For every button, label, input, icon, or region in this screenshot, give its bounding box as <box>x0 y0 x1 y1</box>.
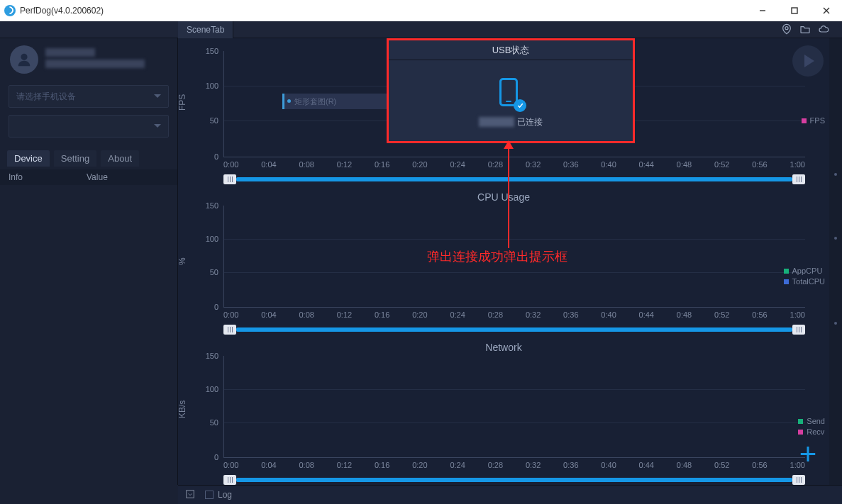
usb-status-modal: USB状态 已连接 <box>387 38 635 143</box>
network-timeaxis: 0:000:040:080:120:160:200:240:280:320:36… <box>223 461 805 469</box>
close-button[interactable] <box>810 0 842 21</box>
slider-handle-right[interactable] <box>792 325 805 335</box>
tab-setting[interactable]: Setting <box>54 150 96 167</box>
network-title: Network <box>178 342 829 353</box>
network-chart: Network KB/s 150 100 50 0 0:000:040:080:… <box>178 339 829 485</box>
cloud-icon[interactable] <box>818 23 829 37</box>
slider-handle-right[interactable] <box>792 475 805 485</box>
user-name-redacted <box>45 48 95 57</box>
titlebar: PerfDog(v4.0.200602) <box>0 0 842 21</box>
user-row <box>0 41 177 78</box>
app-dropdown[interactable] <box>9 115 169 138</box>
col-info: Info <box>9 172 87 182</box>
device-dropdown[interactable]: 请选择手机设备 <box>9 85 169 108</box>
slider-handle-right[interactable] <box>792 174 805 184</box>
fps-ylabel: FPS <box>178 94 187 111</box>
modal-title: USB状态 <box>389 40 633 60</box>
tab-device[interactable]: Device <box>7 150 50 167</box>
col-value: Value <box>87 172 108 182</box>
sidebar-tabs: Device Setting About <box>7 150 170 167</box>
annotation-text: 弹出连接成功弹出提示框 <box>427 248 567 265</box>
vertical-scrollbar[interactable] <box>829 38 842 485</box>
network-time-slider[interactable] <box>223 475 805 485</box>
chevron-down-icon <box>154 94 161 98</box>
cpu-legend: AppCPU TotalCPU <box>784 267 825 286</box>
svg-point-2 <box>21 54 27 60</box>
sidebar: 请选择手机设备 Device Setting About Info Value <box>0 38 178 485</box>
cpu-ylabel: % <box>178 257 187 265</box>
slider-handle-left[interactable] <box>223 174 236 184</box>
check-icon <box>514 99 526 112</box>
app-logo-icon <box>4 5 16 16</box>
svg-point-1 <box>785 26 788 29</box>
collapse-icon[interactable] <box>185 489 195 501</box>
network-ylabel: KB/s <box>178 401 187 418</box>
scene-tab[interactable]: SceneTab <box>178 21 233 38</box>
chevron-down-icon <box>154 124 161 128</box>
cpu-title: CPU Usage <box>178 191 829 203</box>
maximize-button[interactable] <box>778 0 810 21</box>
fps-timeaxis: 0:000:040:080:120:160:200:240:280:320:36… <box>223 160 805 169</box>
avatar[interactable] <box>10 45 38 74</box>
svg-rect-3 <box>187 490 194 498</box>
slider-track[interactable] <box>236 327 792 332</box>
modal-message: 已连接 <box>479 116 543 128</box>
folder-icon[interactable] <box>799 23 811 37</box>
window-title: PerfDog(v4.0.200602) <box>20 6 104 16</box>
fps-legend: FPS <box>802 116 825 125</box>
cpu-timeaxis: 0:000:040:080:120:160:200:240:280:320:36… <box>223 310 805 319</box>
phone-connected-icon <box>498 78 524 109</box>
log-toggle[interactable]: Log <box>205 490 232 500</box>
slider-handle-left[interactable] <box>223 325 236 335</box>
slider-track[interactable] <box>236 478 792 482</box>
minimize-button[interactable] <box>746 0 778 21</box>
checkbox-icon <box>205 491 214 499</box>
cpu-time-slider[interactable] <box>223 325 805 335</box>
network-legend: Send Recv <box>798 417 825 436</box>
tab-about[interactable]: About <box>101 150 139 167</box>
annotation-line <box>508 142 509 248</box>
play-button[interactable] <box>792 45 824 77</box>
bottom-bar: Log <box>178 485 842 504</box>
info-header: Info Value <box>0 169 177 185</box>
device-name-redacted <box>479 117 514 127</box>
user-detail-redacted <box>45 60 145 68</box>
tab-strip: SceneTab <box>0 21 842 38</box>
add-chart-button[interactable]: + <box>795 442 821 467</box>
slider-handle-left[interactable] <box>223 475 236 485</box>
fps-time-slider[interactable] <box>223 174 805 184</box>
location-icon[interactable] <box>781 23 792 37</box>
slider-track[interactable] <box>236 177 792 181</box>
play-icon <box>804 55 814 67</box>
device-dropdown-placeholder: 请选择手机设备 <box>16 91 76 103</box>
svg-rect-0 <box>792 8 797 13</box>
network-plot[interactable]: 150 100 50 0 <box>223 356 805 458</box>
